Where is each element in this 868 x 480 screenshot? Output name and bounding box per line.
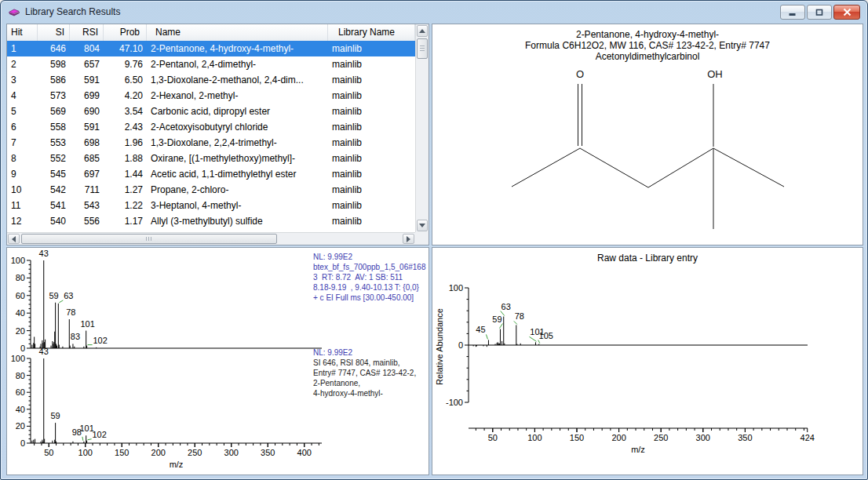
svg-text:0: 0 [20, 438, 25, 448]
annotation-leader-line [529, 336, 536, 341]
minimize-button[interactable] [780, 5, 805, 20]
cell-hit: 9 [7, 166, 38, 182]
table-header: Hit SI RSI Prob Name Library Name [7, 24, 415, 42]
svg-text:100: 100 [78, 448, 93, 457]
cell-name: Oxirane, [(1-methylethoxy)methyl]- [147, 151, 328, 166]
restore-icon [815, 9, 824, 16]
scan-header-line: + c EI Full ms [30.00-450.00] [313, 293, 425, 303]
scroll-up-button[interactable] [417, 25, 428, 37]
atom-label-o: O [576, 68, 584, 80]
table-row[interactable]: 65585912.432-Acetoxyisobutyryl chloridem… [7, 119, 415, 135]
cell-hit: 12 [7, 213, 38, 229]
cell-lib: mainlib [328, 166, 415, 182]
scan-header-line: 3 RT: 8.72 AV: 1 SB: 511 [313, 272, 425, 282]
window-controls [779, 5, 860, 20]
cell-hit: 3 [7, 72, 38, 88]
svg-text:300: 300 [696, 433, 710, 442]
cell-rsi: 698 [70, 135, 104, 151]
column-header-prob[interactable]: Prob [104, 24, 147, 41]
atom-label-oh: OH [707, 68, 723, 80]
library-search-results-window: Library Search Results Hit SI RSI Prob N… [0, 0, 868, 480]
cell-lib: mainlib [328, 41, 415, 56]
vertical-scroll-thumb[interactable] [417, 38, 428, 59]
cell-rsi: 657 [70, 56, 104, 72]
table-row[interactable]: 95456971.44Acetic acid, 1,1-dimethylethy… [7, 166, 415, 182]
cell-hit: 1 [7, 41, 38, 56]
svg-text:150: 150 [115, 448, 129, 457]
peak-label: 101 [80, 424, 94, 433]
cell-lib: mainlib [328, 72, 415, 88]
scroll-down-button[interactable] [417, 220, 428, 231]
column-header-hit[interactable]: Hit [7, 24, 38, 41]
table-row[interactable]: 105427111.27Propane, 2-chloro-mainlib [7, 182, 415, 198]
annotation-leader-line [501, 311, 505, 316]
close-button[interactable] [833, 5, 860, 20]
annotation-leader-line [514, 321, 517, 324]
scan-header-line: btex_bf_fs_700ppb_1,5_06#168 [313, 262, 425, 272]
peak-label: 78 [515, 311, 524, 321]
table-row[interactable]: 55696903.54Carbonic acid, dipropyl ester… [7, 104, 415, 119]
table-row[interactable]: 164680447.102-Pentanone, 4-hydroxy-4-met… [7, 41, 415, 56]
cell-rsi: 556 [70, 213, 104, 229]
horizontal-scrollbar[interactable] [7, 232, 415, 245]
title-bar[interactable]: Library Search Results [1, 1, 867, 24]
compound-name: 2-Pentanone, 4-hydroxy-4-methyl- [432, 29, 863, 40]
annotation-leader-line [59, 300, 63, 303]
column-header-si[interactable]: SI [38, 24, 70, 41]
svg-text:150: 150 [570, 433, 584, 442]
svg-text:350: 350 [738, 433, 752, 442]
peak-label: 98 [72, 427, 82, 437]
table-row[interactable]: 75536981.961,3-Dioxolane, 2,2,4-trimethy… [7, 135, 415, 151]
svg-text:60: 60 [16, 387, 25, 397]
column-header-library-name[interactable]: Library Name [328, 24, 415, 41]
table-row[interactable]: 45736994.202-Hexanol, 2-methyl-mainlib [7, 88, 415, 104]
arrow-down-icon [419, 224, 425, 227]
table-row[interactable]: 35865916.501,3-Dioxolane-2-methanol, 2,4… [7, 72, 415, 88]
scan-header-line: 8.18-9.19 , 9.40-10.13 T: {0,0} [313, 282, 425, 293]
cell-name: 2-Hexanol, 2-methyl- [147, 88, 328, 104]
peak-label: 43 [39, 347, 49, 356]
difference-panel: Raw data - Library entry Relative Abunda… [432, 247, 863, 475]
cell-hit: 11 [7, 198, 38, 213]
column-header-rsi[interactable]: RSI [70, 24, 104, 41]
peak-label: 59 [492, 315, 501, 324]
cell-name: 1,3-Dioxolane-2-methanol, 2,4-dim... [147, 72, 328, 88]
book-icon [8, 5, 20, 18]
cell-prob: 2.43 [104, 119, 147, 135]
table-row[interactable]: 125405561.17Allyl (3-methylbutyl) sulfid… [7, 213, 415, 229]
restore-button[interactable] [807, 5, 832, 20]
table-row[interactable]: 85526851.88Oxirane, [(1-methylethoxy)met… [7, 151, 415, 166]
compound-header: 2-Pentanone, 4-hydroxy-4-methyl- Formula… [432, 29, 863, 62]
difference-spectrum: -100010050100150200250300350424m/z455963… [446, 283, 815, 454]
cell-si: 540 [38, 213, 70, 229]
arrow-left-icon [12, 236, 16, 242]
scroll-left-button[interactable] [8, 234, 20, 244]
svg-text:m/z: m/z [631, 445, 645, 454]
cell-name: 2-Pentanone, 4-hydroxy-4-methyl- [147, 41, 328, 56]
table-row[interactable]: 25986579.762-Pentanol, 2,4-dimethyl-main… [7, 56, 415, 72]
svg-text:20: 20 [16, 326, 25, 336]
cell-rsi: 685 [70, 151, 104, 166]
vertical-scrollbar[interactable] [415, 24, 429, 232]
horizontal-scroll-thumb[interactable] [21, 234, 277, 244]
cell-lib: mainlib [328, 119, 415, 135]
cell-si: 558 [38, 119, 70, 135]
scroll-right-button[interactable] [403, 234, 414, 244]
structure-panel: 2-Pentanone, 4-hydroxy-4-methyl- Formula… [432, 24, 863, 245]
column-header-name[interactable]: Name [147, 24, 328, 41]
table-body: 164680447.102-Pentanone, 4-hydroxy-4-met… [7, 41, 415, 232]
cell-lib: mainlib [328, 88, 415, 104]
peak-label: 78 [66, 307, 75, 317]
cell-prob: 1.88 [104, 151, 147, 166]
cell-prob: 4.20 [104, 88, 147, 104]
cell-hit: 4 [7, 88, 38, 104]
table-row[interactable]: 115415431.223-Heptanol, 4-methyl-mainlib [7, 198, 415, 213]
scan-header-line: NL: 9.99E2 [313, 347, 416, 358]
cell-lib: mainlib [328, 198, 415, 213]
svg-text:350: 350 [261, 448, 275, 457]
cell-hit: 2 [7, 56, 38, 72]
peak-label: 63 [64, 291, 73, 300]
peak-label: 102 [92, 430, 106, 439]
cell-lib: mainlib [328, 151, 415, 166]
svg-text:250: 250 [188, 448, 202, 457]
